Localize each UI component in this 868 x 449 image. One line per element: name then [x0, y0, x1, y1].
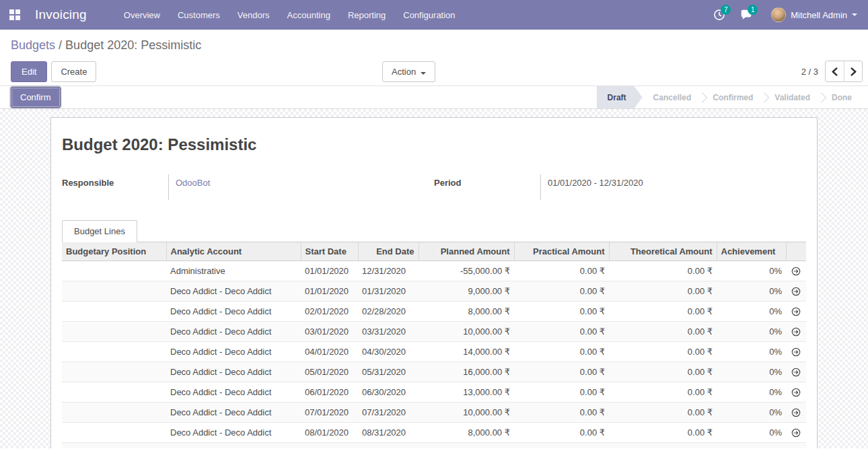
table-row[interactable]: Deco Addict - Deco Addict 03/01/2020 03/… [62, 322, 806, 342]
table-row[interactable]: Deco Addict - Deco Addict 07/01/2020 07/… [62, 403, 806, 423]
cell-achievement[interactable]: 0% [717, 261, 786, 281]
cell-end-date[interactable]: 06/30/2020 [358, 382, 419, 403]
cell-analytic-account[interactable]: Deco Addict - Deco Addict [166, 342, 301, 362]
cell-analytic-account[interactable]: Deco Addict - Deco Addict [166, 362, 301, 382]
column-header[interactable]: Practical Amount [514, 242, 609, 261]
cell-achievement[interactable]: 0% [717, 281, 786, 302]
cell-budgetary-position[interactable] [62, 362, 166, 382]
table-row[interactable]: Deco Addict - Deco Addict 02/01/2020 02/… [62, 302, 806, 322]
cell-theoretical-amount[interactable]: 0.00 ₹ [609, 281, 717, 302]
nav-menu-item[interactable]: Overview [115, 0, 169, 30]
cell-achievement[interactable]: 0% [717, 322, 786, 342]
cell-achievement[interactable]: 0% [717, 403, 786, 423]
cell-theoretical-amount[interactable]: 0.00 ₹ [609, 322, 717, 342]
cell-start-date[interactable]: 01/01/2020 [301, 261, 358, 281]
cell-start-date[interactable]: 09/01/2020 [301, 443, 358, 449]
cell-planned-amount[interactable]: 8,000.00 ₹ [419, 423, 514, 443]
column-header[interactable]: Theoretical Amount [609, 242, 717, 261]
cell-start-date[interactable]: 06/01/2020 [301, 382, 358, 403]
cell-theoretical-amount[interactable]: 0.00 ₹ [609, 423, 717, 443]
table-row[interactable]: Administrative 01/01/2020 12/31/2020 -55… [62, 261, 806, 281]
cell-end-date[interactable]: 04/30/2020 [358, 342, 419, 362]
cell-theoretical-amount[interactable]: 0.00 ₹ [609, 362, 717, 382]
table-row[interactable]: Deco Addict - Deco Addict 06/01/2020 06/… [62, 382, 806, 403]
cell-end-date[interactable]: 01/31/2020 [358, 281, 419, 302]
app-name[interactable]: Invoicing [35, 7, 87, 22]
cell-planned-amount[interactable]: -55,000.00 ₹ [419, 261, 514, 281]
open-record-button[interactable] [786, 382, 806, 403]
activities-button[interactable]: 7 [708, 0, 731, 30]
cell-end-date[interactable]: 03/31/2020 [358, 322, 419, 342]
cell-analytic-account[interactable]: Deco Addict - Deco Addict [166, 443, 301, 449]
cell-planned-amount[interactable]: 8,000.00 ₹ [419, 302, 514, 322]
cell-analytic-account[interactable]: Administrative [166, 261, 301, 281]
cell-start-date[interactable]: 02/01/2020 [301, 302, 358, 322]
cell-achievement[interactable]: 0% [717, 382, 786, 403]
cell-planned-amount[interactable]: 13,000.00 ₹ [419, 382, 514, 403]
open-record-button[interactable] [786, 302, 806, 322]
messages-button[interactable]: 1 [735, 0, 758, 30]
column-header[interactable]: End Date [358, 242, 419, 261]
open-record-button[interactable] [786, 423, 806, 443]
cell-start-date[interactable]: 05/01/2020 [301, 362, 358, 382]
cell-budgetary-position[interactable] [62, 403, 166, 423]
cell-analytic-account[interactable]: Deco Addict - Deco Addict [166, 403, 301, 423]
user-menu[interactable]: Mitchell Admin [762, 0, 861, 30]
tab-budget-lines[interactable]: Budget Lines [62, 220, 137, 242]
cell-theoretical-amount[interactable]: 0.00 ₹ [609, 382, 717, 403]
action-dropdown-button[interactable]: Action [382, 61, 435, 82]
nav-menu-item[interactable]: Vendors [229, 0, 279, 30]
column-header[interactable]: Start Date [301, 242, 358, 261]
cell-practical-amount[interactable]: 0.00 ₹ [514, 382, 609, 403]
open-record-button[interactable] [786, 342, 806, 362]
cell-theoretical-amount[interactable]: 0.00 ₹ [609, 261, 717, 281]
cell-budgetary-position[interactable] [62, 382, 166, 403]
cell-end-date[interactable]: 02/28/2020 [358, 302, 419, 322]
cell-start-date[interactable]: 08/01/2020 [301, 423, 358, 443]
status-state[interactable]: Draft [597, 86, 643, 108]
cell-end-date[interactable]: 12/31/2020 [358, 261, 419, 281]
nav-menu-item[interactable]: Configuration [394, 0, 464, 30]
table-row[interactable]: Deco Addict - Deco Addict 04/01/2020 04/… [62, 342, 806, 362]
open-record-button[interactable] [786, 403, 806, 423]
column-header[interactable]: Planned Amount [419, 242, 514, 261]
create-button[interactable]: Create [51, 61, 96, 82]
apps-menu-button[interactable] [5, 5, 24, 24]
cell-planned-amount[interactable]: 14,000.00 ₹ [419, 342, 514, 362]
table-row[interactable]: Deco Addict - Deco Addict 05/01/2020 05/… [62, 362, 806, 382]
cell-budgetary-position[interactable] [62, 261, 166, 281]
cell-end-date[interactable]: 09/30/2020 [358, 443, 419, 449]
cell-practical-amount[interactable]: 0.00 ₹ [514, 342, 609, 362]
cell-practical-amount[interactable]: 0.00 ₹ [514, 443, 609, 449]
column-header[interactable]: Budgetary Position [62, 242, 166, 261]
cell-planned-amount[interactable]: 10,000.00 ₹ [419, 403, 514, 423]
cell-achievement[interactable]: 0% [717, 443, 786, 449]
cell-practical-amount[interactable]: 0.00 ₹ [514, 362, 609, 382]
open-record-button[interactable] [786, 281, 806, 302]
table-row[interactable]: Deco Addict - Deco Addict 08/01/2020 08/… [62, 423, 806, 443]
cell-practical-amount[interactable]: 0.00 ₹ [514, 302, 609, 322]
cell-planned-amount[interactable]: 9,000.00 ₹ [419, 281, 514, 302]
breadcrumb-parent-link[interactable]: Budgets [11, 38, 55, 52]
cell-theoretical-amount[interactable]: 0.00 ₹ [609, 342, 717, 362]
cell-end-date[interactable]: 05/31/2020 [358, 362, 419, 382]
cell-achievement[interactable]: 0% [717, 362, 786, 382]
cell-analytic-account[interactable]: Deco Addict - Deco Addict [166, 322, 301, 342]
cell-budgetary-position[interactable] [62, 342, 166, 362]
cell-analytic-account[interactable]: Deco Addict - Deco Addict [166, 382, 301, 403]
cell-achievement[interactable]: 0% [717, 302, 786, 322]
table-row[interactable]: Deco Addict - Deco Addict 09/01/2020 09/… [62, 443, 806, 449]
cell-practical-amount[interactable]: 0.00 ₹ [514, 322, 609, 342]
cell-end-date[interactable]: 07/31/2020 [358, 403, 419, 423]
cell-practical-amount[interactable]: 0.00 ₹ [514, 403, 609, 423]
open-record-button[interactable] [786, 261, 806, 281]
column-header[interactable] [786, 242, 806, 261]
status-state[interactable]: Done [821, 86, 863, 108]
cell-start-date[interactable]: 03/01/2020 [301, 322, 358, 342]
cell-start-date[interactable]: 01/01/2020 [301, 281, 358, 302]
cell-theoretical-amount[interactable]: 0.00 ₹ [609, 403, 717, 423]
cell-planned-amount[interactable]: 16,000.00 ₹ [419, 362, 514, 382]
cell-budgetary-position[interactable] [62, 423, 166, 443]
cell-start-date[interactable]: 07/01/2020 [301, 403, 358, 423]
open-record-button[interactable] [786, 443, 806, 449]
